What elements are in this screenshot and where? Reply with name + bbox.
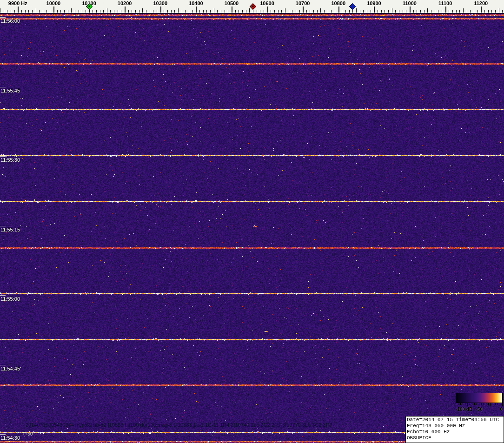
marker-dot [88, 5, 90, 7]
db-max-label: 0 [500, 407, 503, 412]
station-info-box: Date=2014-07-15 Time=09:56 UTC Freq=143 … [405, 416, 504, 443]
info-frequency: Freq=143 050 000 Hz [407, 423, 503, 429]
db-min-label: -100 dB [456, 407, 472, 412]
spectrogram-screen: 9900 Hz100001010010200103001040010500106… [0, 0, 504, 443]
marker-dot [351, 5, 353, 7]
db-scale-labels: -100 dB -50 0 [456, 407, 503, 412]
info-station: OBSUPICE [407, 435, 503, 441]
cursor-offset-label: (+30 [23, 431, 33, 436]
db-mid-label: -50 [476, 407, 482, 412]
db-gradient-bar [456, 393, 503, 407]
detection-metadata-line: 20140715095430364 hCnt62 nb-82 f10583 hi… [26, 422, 332, 428]
info-echo: Echo=10 600 Hz [407, 429, 503, 435]
marker-dot [252, 5, 254, 7]
info-date-time: Date=2014-07-15 Time=09:56 UTC [407, 417, 503, 423]
db-colorbar-legend: -100 dB -50 0 [456, 393, 503, 412]
waterfall-spectrogram[interactable] [0, 13, 504, 443]
